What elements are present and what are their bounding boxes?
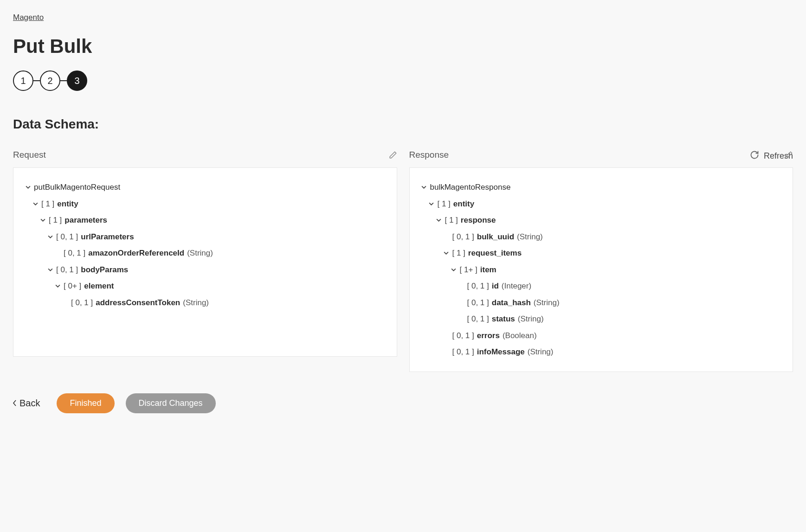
cardinality: [ 0, 1 ] [71,297,93,309]
chevron-down-icon[interactable] [47,234,53,239]
type-label: (String) [517,231,543,243]
page-title: Put Bulk [13,35,793,58]
tree-node-label: id [492,280,499,292]
tree-node-label: infoMessage [477,346,525,358]
chevron-down-icon[interactable] [47,267,53,272]
cardinality: [ 0, 1 ] [467,297,489,309]
cardinality: [ 0, 1 ] [452,330,474,342]
type-label: (Boolean) [503,330,537,342]
chevron-down-icon[interactable] [443,250,450,256]
cardinality: [ 0, 1 ] [56,231,78,243]
cardinality: [ 1 ] [452,247,465,259]
type-label: (String) [518,313,544,325]
tree-node-label: response [461,214,496,226]
chevron-down-icon[interactable] [32,201,39,206]
request-card: putBulkMagentoRequest [ 1 ] entity [ 1 ]… [13,167,397,357]
tree-node-label: bodyParams [81,264,128,276]
section-title: Data Schema: [13,117,793,132]
back-button[interactable]: Back [13,398,45,409]
finished-button[interactable]: Finished [57,393,114,413]
type-label: (String) [534,297,560,309]
chevron-down-icon[interactable] [451,267,457,272]
cardinality: [ 0, 1 ] [452,231,474,243]
cardinality: [ 1 ] [41,198,54,210]
type-label: (String) [183,297,209,309]
cardinality: [ 1+ ] [460,264,477,276]
response-card: bulkMagentoResponse [ 1 ] entity [ 1 ] r… [409,167,793,372]
cardinality: [ 1 ] [49,214,62,226]
tree-node-label: urlParameters [81,231,134,243]
back-label: Back [19,398,40,409]
cardinality: [ 0, 1 ] [467,313,489,325]
cardinality: [ 0, 1 ] [64,247,85,259]
response-column: Response bulkMagentoResponse [ 1 ] entit… [409,150,793,372]
step-1[interactable]: 1 [13,71,33,91]
tree-node-label: parameters [64,214,107,226]
step-2[interactable]: 2 [40,71,60,91]
chevron-down-icon[interactable] [428,201,435,206]
step-separator [33,80,40,81]
cardinality: [ 0+ ] [64,280,81,292]
cardinality: [ 0, 1 ] [467,280,489,292]
edit-icon[interactable] [785,151,793,159]
chevron-down-icon[interactable] [421,185,427,190]
cardinality: [ 1 ] [438,198,451,210]
tree-node-label: status [492,313,515,325]
edit-icon[interactable] [389,151,397,159]
cardinality: [ 1 ] [445,214,458,226]
tree-node-label: element [84,280,114,292]
tree-node-label: amazonOrderReferenceId [88,247,184,259]
tree-node-label: bulkMagentoResponse [430,181,511,193]
stepper: 1 2 3 [13,71,793,91]
tree-node-label: errors [477,330,500,342]
tree-node-label: putBulkMagentoRequest [34,181,120,193]
cardinality: [ 0, 1 ] [452,346,474,358]
tree-node-label: addressConsentToken [96,297,180,309]
cardinality: [ 0, 1 ] [56,264,78,276]
step-separator [60,80,67,81]
tree-node-label: entity [57,198,78,210]
chevron-down-icon[interactable] [25,185,31,190]
tree-node-label: entity [453,198,474,210]
request-label: Request [13,150,46,160]
chevron-down-icon[interactable] [436,218,442,223]
tree-node-label: item [480,264,496,276]
request-column: Request putBulkMagentoRequest [ 1 ] enti… [13,150,397,357]
type-label: (Integer) [502,280,531,292]
type-label: (String) [528,346,554,358]
step-3[interactable]: 3 [67,71,87,91]
chevron-down-icon[interactable] [54,283,61,288]
chevron-down-icon[interactable] [39,218,46,223]
response-label: Response [409,150,449,160]
tree-node-label: bulk_uuid [477,231,514,243]
tree-node-label: request_items [468,247,522,259]
discard-changes-button[interactable]: Discard Changes [126,393,216,413]
breadcrumb[interactable]: Magento [13,13,44,22]
tree-node-label: data_hash [492,297,531,309]
type-label: (String) [187,247,213,259]
